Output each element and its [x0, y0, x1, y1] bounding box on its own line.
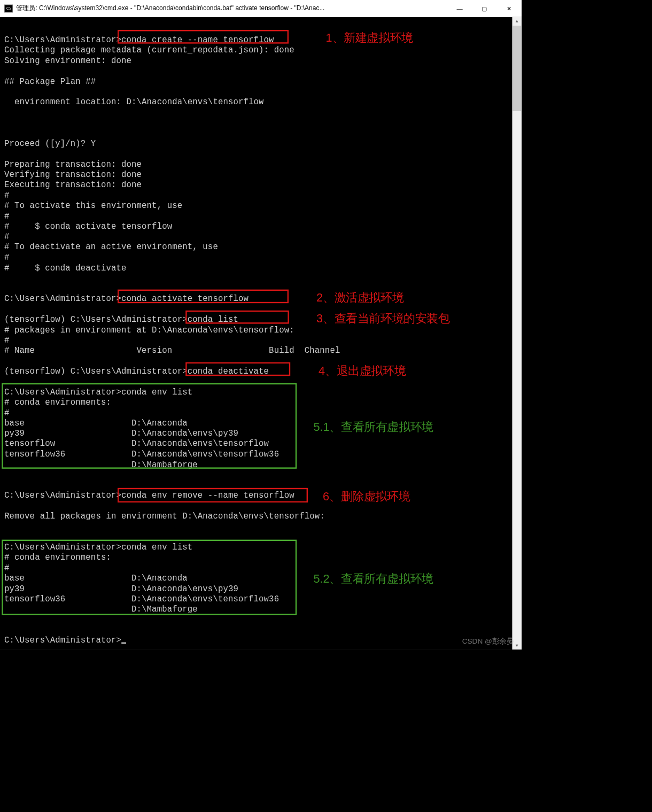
terminal-line: # packages in environment at D:\Anaconda…	[4, 325, 521, 335]
minimize-button[interactable]: —	[447, 0, 472, 17]
terminal-line	[4, 273, 521, 283]
terminal-area[interactable]: C:\Users\Administrator>conda create --na…	[0, 17, 522, 649]
terminal-line: C:\Users\Administrator>conda activate te…	[4, 294, 521, 304]
terminal-line: #	[4, 190, 521, 200]
terminal-line: Executing transaction: done	[4, 180, 521, 190]
terminal-line	[4, 625, 521, 635]
terminal-line: C:\Users\Administrator>conda env list	[4, 387, 521, 397]
terminal-line	[4, 532, 521, 542]
terminal-line	[4, 149, 521, 159]
window-controls: — ▢ ✕	[447, 0, 522, 17]
terminal-line: #	[4, 335, 521, 345]
terminal-line	[4, 66, 521, 76]
terminal-line: #	[4, 408, 521, 418]
terminal-line: # $ conda deactivate	[4, 263, 521, 273]
scroll-thumb[interactable]	[513, 26, 521, 111]
terminal-line: #	[4, 211, 521, 221]
terminal-line	[4, 522, 521, 532]
cmd-window: C:\ 管理员: C:\Windows\system32\cmd.exe - "…	[0, 0, 522, 649]
terminal-line: Verifying transaction: done	[4, 169, 521, 180]
terminal-line	[4, 87, 521, 97]
terminal-line: # To activate this environment, use	[4, 201, 521, 211]
terminal-line: py39 D:\Anaconda\envs\py39	[4, 429, 521, 439]
terminal-line: #	[4, 252, 521, 262]
terminal-line: (tensorflow) C:\Users\Administrator>cond…	[4, 366, 521, 376]
terminal-line: Collecting package metadata (current_rep…	[4, 45, 521, 56]
terminal-line: #	[4, 232, 521, 242]
terminal-line: C:\Users\Administrator>	[4, 636, 521, 646]
terminal-line: tensorflow36 D:\Anaconda\envs\tensorflow…	[4, 449, 521, 459]
terminal-line	[4, 304, 521, 314]
terminal-line: Solving environment: done	[4, 56, 521, 66]
terminal-line: # To deactivate an active environment, u…	[4, 242, 521, 252]
terminal-line: # Name Version Build Channel	[4, 346, 521, 356]
terminal-line: # conda environments:	[4, 553, 521, 563]
terminal-line: py39 D:\Anaconda\envs\py39	[4, 584, 521, 594]
terminal-line: base D:\Anaconda	[4, 418, 521, 428]
terminal-line: Remove all packages in environment D:\An…	[4, 511, 521, 521]
terminal-line: tensorflow36 D:\Anaconda\envs\tensorflow…	[4, 594, 521, 604]
terminal-line	[4, 470, 521, 480]
terminal-line	[4, 128, 521, 138]
terminal-line	[4, 25, 521, 35]
terminal-line: #	[4, 563, 521, 573]
terminal-line: D:\Mambaforge	[4, 605, 521, 615]
terminal-line: # conda environments:	[4, 397, 521, 407]
close-button[interactable]: ✕	[497, 0, 522, 17]
terminal-line: tensorflow D:\Anaconda\envs\tensorflow	[4, 439, 521, 449]
terminal-line: Proceed ([y]/n)? Y	[4, 138, 521, 149]
terminal-line: D:\Mambaforge	[4, 460, 521, 470]
maximize-button[interactable]: ▢	[472, 0, 496, 17]
terminal-line: Preparing transaction: done	[4, 159, 521, 169]
vertical-scrollbar[interactable]: ▲ ▼	[512, 17, 522, 649]
terminal-line: # $ conda activate tensorflow	[4, 221, 521, 231]
scroll-down-arrow-icon[interactable]: ▼	[512, 641, 522, 649]
terminal-line: ## Package Plan ##	[4, 76, 521, 87]
window-title: 管理员: C:\Windows\system32\cmd.exe - "D:\A…	[16, 4, 447, 12]
scroll-up-arrow-icon[interactable]: ▲	[512, 17, 522, 26]
terminal-line: C:\Users\Administrator>conda env list	[4, 543, 521, 553]
cursor	[121, 643, 126, 644]
terminal-line: C:\Users\Administrator>conda env remove …	[4, 491, 521, 501]
terminal-line	[4, 501, 521, 511]
titlebar[interactable]: C:\ 管理员: C:\Windows\system32\cmd.exe - "…	[0, 0, 522, 17]
terminal-line	[4, 356, 521, 366]
terminal-line: base D:\Anaconda	[4, 574, 521, 584]
terminal-line: (tensorflow) C:\Users\Administrator>cond…	[4, 315, 521, 325]
terminal-line: environment location: D:\Anaconda\envs\t…	[4, 97, 521, 107]
terminal-line	[4, 615, 521, 625]
terminal-line	[4, 118, 521, 128]
terminal-line	[4, 283, 521, 293]
terminal-line	[4, 107, 521, 118]
terminal-line	[4, 480, 521, 490]
cmd-icon: C:\	[4, 4, 13, 12]
terminal-line	[4, 377, 521, 387]
terminal-line: C:\Users\Administrator>conda create --na…	[4, 35, 521, 45]
